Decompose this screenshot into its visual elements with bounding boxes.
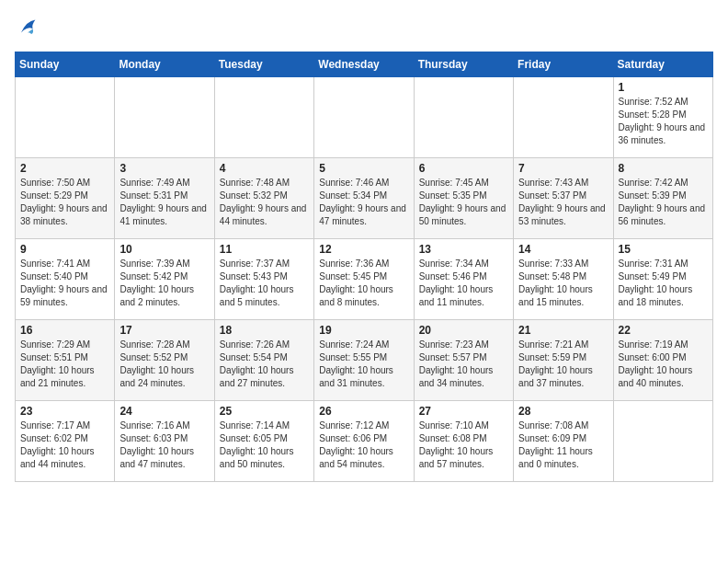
day-number: 23: [20, 405, 109, 418]
day-cell: 22Sunrise: 7:19 AM Sunset: 6:00 PM Dayli…: [613, 320, 712, 401]
day-cell: [115, 77, 214, 158]
day-cell: 19Sunrise: 7:24 AM Sunset: 5:55 PM Dayli…: [314, 320, 414, 401]
day-cell: 21Sunrise: 7:21 AM Sunset: 5:59 PM Dayli…: [514, 320, 613, 401]
day-info: Sunrise: 7:21 AM Sunset: 5:59 PM Dayligh…: [518, 339, 608, 390]
day-number: 27: [419, 405, 508, 418]
day-cell: 15Sunrise: 7:31 AM Sunset: 5:49 PM Dayli…: [613, 239, 712, 320]
day-number: 26: [319, 405, 408, 418]
day-cell: 16Sunrise: 7:29 AM Sunset: 5:51 PM Dayli…: [16, 320, 115, 401]
day-cell: 1Sunrise: 7:52 AM Sunset: 5:28 PM Daylig…: [613, 77, 712, 158]
day-number: 6: [419, 162, 508, 175]
day-cell: [16, 77, 115, 158]
day-cell: 3Sunrise: 7:49 AM Sunset: 5:31 PM Daylig…: [115, 158, 214, 239]
day-info: Sunrise: 7:49 AM Sunset: 5:31 PM Dayligh…: [119, 177, 209, 228]
day-info: Sunrise: 7:26 AM Sunset: 5:54 PM Dayligh…: [220, 339, 309, 390]
day-header-friday: Friday: [514, 52, 613, 77]
day-number: 9: [20, 243, 109, 256]
day-cell: 18Sunrise: 7:26 AM Sunset: 5:54 PM Dayli…: [214, 320, 313, 401]
day-cell: 6Sunrise: 7:45 AM Sunset: 5:35 PM Daylig…: [414, 158, 513, 239]
day-number: 17: [119, 324, 209, 337]
day-number: 20: [419, 324, 508, 337]
day-cell: 12Sunrise: 7:36 AM Sunset: 5:45 PM Dayli…: [314, 239, 414, 320]
day-number: 14: [518, 243, 608, 256]
week-row-2: 2Sunrise: 7:50 AM Sunset: 5:29 PM Daylig…: [16, 158, 713, 239]
day-info: Sunrise: 7:14 AM Sunset: 6:05 PM Dayligh…: [220, 419, 309, 471]
day-info: Sunrise: 7:42 AM Sunset: 5:39 PM Dayligh…: [619, 177, 708, 228]
day-info: Sunrise: 7:31 AM Sunset: 5:49 PM Dayligh…: [619, 258, 708, 309]
day-cell: 23Sunrise: 7:17 AM Sunset: 6:02 PM Dayli…: [16, 401, 115, 482]
day-header-monday: Monday: [115, 52, 214, 77]
day-cell: 7Sunrise: 7:43 AM Sunset: 5:37 PM Daylig…: [514, 158, 613, 239]
day-number: 11: [220, 243, 309, 256]
day-cell: [613, 401, 712, 482]
day-cell: [314, 77, 414, 158]
day-cell: [514, 77, 613, 158]
week-row-1: 1Sunrise: 7:52 AM Sunset: 5:28 PM Daylig…: [16, 77, 713, 158]
day-number: 12: [319, 243, 408, 256]
day-number: 24: [119, 405, 209, 418]
day-number: 2: [20, 162, 109, 175]
day-info: Sunrise: 7:48 AM Sunset: 5:32 PM Dayligh…: [220, 177, 309, 228]
day-info: Sunrise: 7:12 AM Sunset: 6:06 PM Dayligh…: [319, 419, 408, 471]
day-cell: 13Sunrise: 7:34 AM Sunset: 5:46 PM Dayli…: [414, 239, 513, 320]
day-cell: [214, 77, 313, 158]
day-info: Sunrise: 7:52 AM Sunset: 5:28 PM Dayligh…: [619, 96, 708, 147]
calendar-header: SundayMondayTuesdayWednesdayThursdayFrid…: [16, 52, 713, 77]
day-info: Sunrise: 7:19 AM Sunset: 6:00 PM Dayligh…: [619, 339, 708, 390]
day-number: 4: [220, 162, 309, 175]
day-cell: 25Sunrise: 7:14 AM Sunset: 6:05 PM Dayli…: [214, 401, 313, 482]
day-cell: 26Sunrise: 7:12 AM Sunset: 6:06 PM Dayli…: [314, 401, 414, 482]
day-cell: [414, 77, 513, 158]
day-info: Sunrise: 7:46 AM Sunset: 5:34 PM Dayligh…: [319, 177, 408, 228]
week-row-3: 9Sunrise: 7:41 AM Sunset: 5:40 PM Daylig…: [16, 239, 713, 320]
logo: [15, 15, 44, 40]
day-header-saturday: Saturday: [613, 52, 712, 77]
day-info: Sunrise: 7:34 AM Sunset: 5:46 PM Dayligh…: [419, 258, 508, 309]
day-cell: 8Sunrise: 7:42 AM Sunset: 5:39 PM Daylig…: [613, 158, 712, 239]
day-number: 16: [20, 324, 109, 337]
day-info: Sunrise: 7:43 AM Sunset: 5:37 PM Dayligh…: [518, 177, 608, 228]
days-row: SundayMondayTuesdayWednesdayThursdayFrid…: [16, 52, 713, 77]
day-header-sunday: Sunday: [16, 52, 115, 77]
day-cell: 24Sunrise: 7:16 AM Sunset: 6:03 PM Dayli…: [115, 401, 214, 482]
day-cell: 10Sunrise: 7:39 AM Sunset: 5:42 PM Dayli…: [115, 239, 214, 320]
day-number: 21: [518, 324, 608, 337]
day-number: 8: [619, 162, 708, 175]
day-number: 10: [119, 243, 209, 256]
logo-icon: [15, 15, 40, 40]
day-cell: 11Sunrise: 7:37 AM Sunset: 5:43 PM Dayli…: [214, 239, 313, 320]
day-number: 3: [119, 162, 209, 175]
day-info: Sunrise: 7:23 AM Sunset: 5:57 PM Dayligh…: [419, 339, 508, 390]
day-number: 28: [518, 405, 608, 418]
day-cell: 20Sunrise: 7:23 AM Sunset: 5:57 PM Dayli…: [414, 320, 513, 401]
day-number: 15: [619, 243, 708, 256]
day-cell: 9Sunrise: 7:41 AM Sunset: 5:40 PM Daylig…: [16, 239, 115, 320]
day-info: Sunrise: 7:45 AM Sunset: 5:35 PM Dayligh…: [419, 177, 508, 228]
day-cell: 14Sunrise: 7:33 AM Sunset: 5:48 PM Dayli…: [514, 239, 613, 320]
day-number: 18: [220, 324, 309, 337]
day-info: Sunrise: 7:39 AM Sunset: 5:42 PM Dayligh…: [119, 258, 209, 309]
day-cell: 4Sunrise: 7:48 AM Sunset: 5:32 PM Daylig…: [214, 158, 313, 239]
day-cell: 28Sunrise: 7:08 AM Sunset: 6:09 PM Dayli…: [514, 401, 613, 482]
calendar-body: 1Sunrise: 7:52 AM Sunset: 5:28 PM Daylig…: [16, 77, 713, 482]
week-row-4: 16Sunrise: 7:29 AM Sunset: 5:51 PM Dayli…: [16, 320, 713, 401]
day-info: Sunrise: 7:24 AM Sunset: 5:55 PM Dayligh…: [319, 339, 408, 390]
day-info: Sunrise: 7:29 AM Sunset: 5:51 PM Dayligh…: [20, 339, 109, 390]
page-header: [15, 15, 713, 40]
day-number: 25: [220, 405, 309, 418]
day-info: Sunrise: 7:41 AM Sunset: 5:40 PM Dayligh…: [20, 258, 109, 309]
day-info: Sunrise: 7:37 AM Sunset: 5:43 PM Dayligh…: [220, 258, 309, 309]
day-header-tuesday: Tuesday: [214, 52, 313, 77]
day-info: Sunrise: 7:10 AM Sunset: 6:08 PM Dayligh…: [419, 419, 508, 471]
day-number: 7: [518, 162, 608, 175]
day-cell: 2Sunrise: 7:50 AM Sunset: 5:29 PM Daylig…: [16, 158, 115, 239]
day-info: Sunrise: 7:08 AM Sunset: 6:09 PM Dayligh…: [518, 419, 608, 471]
day-cell: 5Sunrise: 7:46 AM Sunset: 5:34 PM Daylig…: [314, 158, 414, 239]
day-info: Sunrise: 7:16 AM Sunset: 6:03 PM Dayligh…: [119, 419, 209, 471]
day-header-thursday: Thursday: [414, 52, 513, 77]
day-info: Sunrise: 7:28 AM Sunset: 5:52 PM Dayligh…: [119, 339, 209, 390]
day-number: 19: [319, 324, 408, 337]
day-number: 22: [619, 324, 708, 337]
day-cell: 27Sunrise: 7:10 AM Sunset: 6:08 PM Dayli…: [414, 401, 513, 482]
day-info: Sunrise: 7:50 AM Sunset: 5:29 PM Dayligh…: [20, 177, 109, 228]
